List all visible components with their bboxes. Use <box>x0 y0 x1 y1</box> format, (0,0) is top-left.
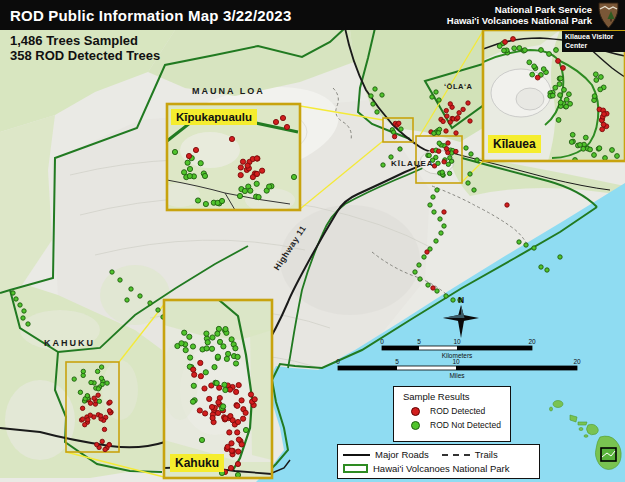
rod-not-detected-sample-dot <box>256 195 261 200</box>
rod-not-detected-sample-dot <box>182 330 187 335</box>
rod-not-detected-sample-dot <box>210 335 215 340</box>
inset-kahuku <box>162 300 272 478</box>
rod-not-detected-sample-dot <box>118 278 122 282</box>
rod-not-detected-sample-dot <box>436 131 440 135</box>
rod-not-detected-sample-dot <box>430 95 434 99</box>
rod-not-detected-sample-dot <box>558 76 563 81</box>
rod-not-detected-sample-dot <box>221 404 226 409</box>
rod-detected-sample-dot <box>444 129 448 133</box>
rod-not-detected-sample-dot <box>434 90 438 94</box>
rod-not-detected-sample-dot <box>26 322 30 326</box>
rod-not-detected-sample-dot <box>532 246 536 250</box>
legend-map-features: Major Roads Trails Hawai'i Volcanoes Nat… <box>337 444 540 479</box>
legend-row-park-boundary: Hawai'i Volcanoes National Park <box>343 463 534 474</box>
rod-not-detected-sample-dot <box>243 427 248 432</box>
rod-detected-sample-dot <box>535 75 540 80</box>
rod-not-detected-sample-dot <box>539 265 543 269</box>
rod-detected-sample-dot <box>86 418 90 422</box>
rod-detected-sample-dot <box>198 360 203 365</box>
rod-not-detected-sample-dot <box>427 153 431 157</box>
rod-not-detected-sample-dot <box>588 147 593 152</box>
rod-not-detected-sample-dot <box>267 184 272 189</box>
rod-not-detected-sample-dot <box>468 172 472 176</box>
rod-not-detected-sample-dot <box>190 399 195 404</box>
rod-not-detected-sample-dot <box>204 331 209 336</box>
page-title: ROD Public Information Map 3/22/2023 <box>10 7 291 24</box>
km-tick-10: 10 <box>453 338 461 345</box>
rod-not-detected-sample-dot <box>578 143 583 148</box>
rod-not-detected-sample-dot <box>187 166 192 171</box>
rod-not-detected-sample-dot <box>72 377 76 381</box>
rod-detected-sample-dot <box>236 383 241 388</box>
rod-detected-sample-dot <box>100 439 104 443</box>
rod-not-detected-sample-dot <box>291 174 296 179</box>
rod-not-detected-sample-dot <box>110 270 114 274</box>
rod-detected-sample-dot <box>468 119 472 123</box>
rod-not-detected-sample-dot <box>431 195 435 199</box>
rod-detected-sample-dot <box>202 386 207 391</box>
rod-not-detected-sample-dot <box>212 365 217 370</box>
rod-detected-sample-dot <box>99 414 103 418</box>
rod-not-detected-sample-dot <box>375 110 379 114</box>
rod-not-detected-sample-dot <box>558 93 563 98</box>
rod-not-detected-sample-dot <box>447 171 451 175</box>
rod-not-detected-sample-dot <box>254 181 259 186</box>
rod-not-detected-sample-dot <box>237 193 242 198</box>
agency-line2: Hawai'i Volcanoes National Park <box>447 15 592 26</box>
rod-not-detected-sample-dot <box>567 92 572 97</box>
rod-not-detected-sample-dot <box>466 181 470 185</box>
rod-detected-sample-dot <box>284 124 289 129</box>
rod-not-detected-sample-dot <box>190 344 195 349</box>
rod-detected-sample-dot <box>444 108 448 112</box>
rod-detected-sample-dot <box>95 442 99 446</box>
rod-detected-sample-dot <box>252 397 257 402</box>
rod-not-detected-sample-dot <box>222 382 227 387</box>
rod-detected-sample-dot <box>243 410 248 415</box>
rod-detected-sample-dot <box>235 419 240 424</box>
legend-title: Sample Results <box>403 391 510 402</box>
rod-not-detected-sample-dot <box>224 356 229 361</box>
rod-not-detected-sample-dot <box>523 48 528 53</box>
rod-not-detected-sample-dot <box>592 94 597 99</box>
rod-not-detected-sample-dot <box>550 93 555 98</box>
mi-tick-0: 0 <box>336 358 340 365</box>
rod-detected-sample-dot <box>229 448 234 453</box>
rod-not-detected-sample-dot <box>530 72 535 77</box>
rod-not-detected-sample-dot <box>226 351 231 356</box>
rod-not-detected-sample-dot <box>569 140 574 145</box>
rod-detected-sample-dot <box>445 114 449 118</box>
rod-detected-sample-dot <box>107 409 111 413</box>
rod-detected-sample-dot <box>446 141 450 145</box>
rod-not-detected-sample-dot <box>380 93 384 97</box>
rod-detected-sample-dot <box>425 250 429 254</box>
rod-not-detected-sample-dot <box>129 287 133 291</box>
rod-not-detected-sample-dot <box>209 346 214 351</box>
legend-item-rod-not-detected: ROD Not Detected <box>411 420 510 430</box>
rod-detected-sample-dot <box>466 101 470 105</box>
major-roads-label: Major Roads <box>375 449 429 460</box>
rod-not-detected-sample-dot <box>381 163 385 167</box>
trails-label: Trails <box>475 449 498 460</box>
rod-not-detected-sample-dot <box>570 132 575 137</box>
rod-not-detected-sample-dot <box>203 201 208 206</box>
rod-not-detected-sample-dot <box>469 152 473 156</box>
rod-detected-sample-dot <box>260 168 265 173</box>
rod-not-detected-sample-dot <box>558 255 562 259</box>
rod-detected-sample-dot <box>248 392 253 397</box>
rod-not-detected-sample-dot <box>547 52 552 57</box>
rod-not-detected-sample-dot <box>413 270 417 274</box>
rod-detected-sample-dot <box>230 418 235 423</box>
sample-stats: 1,486 Trees Sampled 358 ROD Detected Tre… <box>10 33 160 63</box>
rod-not-detected-sample-dot <box>426 283 430 287</box>
rod-not-detected-sample-dot <box>398 147 402 151</box>
mi-tick-20: 20 <box>573 358 581 365</box>
compass-north-label: N <box>458 295 464 305</box>
rod-not-detected-sample-dot <box>89 380 93 384</box>
agency-block: National Park Service Hawai'i Volcanoes … <box>447 2 619 29</box>
rod-not-detected-sample-dot <box>502 48 507 53</box>
rod-not-detected-sample-dot <box>183 348 188 353</box>
rod-detected-sample-dot <box>197 408 202 413</box>
rod-not-detected-dot-icon <box>411 421 420 430</box>
rod-detected-sample-dot <box>511 37 516 42</box>
rod-not-detected-sample-dot <box>442 224 446 228</box>
